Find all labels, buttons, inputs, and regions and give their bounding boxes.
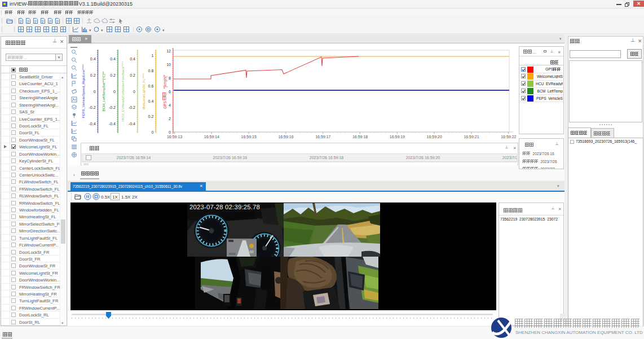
svg-text:GPS: GPS bbox=[163, 100, 167, 108]
svg-text:0.4: 0.4 bbox=[148, 99, 154, 103]
svg-text:*[kmph]*: *[kmph]* bbox=[163, 74, 167, 89]
svg-text:0: 0 bbox=[151, 130, 153, 134]
svg-text:PEPS_VehicleSpeed_RigidLine***: PEPS_VehicleSpeed_RigidLine**** bbox=[81, 64, 85, 118]
svg-text:BCM_LeftTempSet**[°C]**: BCM_LeftTempSet**[°C]** bbox=[102, 71, 105, 111]
svg-text:0: 0 bbox=[169, 130, 171, 134]
svg-text:16:59:16: 16:59:16 bbox=[278, 135, 293, 139]
svg-text:-0.4: -0.4 bbox=[109, 122, 116, 126]
svg-text:16:59:15: 16:59:15 bbox=[241, 135, 257, 139]
svg-text:0.4: 0.4 bbox=[110, 57, 116, 61]
svg-text:16:59:19: 16:59:19 bbox=[390, 135, 405, 139]
svg-text:16:59:22: 16:59:22 bbox=[501, 135, 516, 139]
svg-text:0.8: 0.8 bbox=[148, 69, 154, 73]
svg-text:0.2: 0.2 bbox=[130, 73, 135, 77]
svg-text:16:59:14: 16:59:14 bbox=[204, 135, 219, 139]
svg-text:0.4: 0.4 bbox=[130, 57, 135, 61]
svg-text:1: 1 bbox=[151, 54, 153, 58]
svg-text:0.6: 0.6 bbox=[148, 84, 154, 88]
svg-text:0.2: 0.2 bbox=[90, 73, 96, 77]
svg-text:12: 12 bbox=[166, 49, 171, 53]
svg-text:-0.2: -0.2 bbox=[129, 105, 135, 109]
svg-text:HCU_EVReadyForbiddenFeedback**: HCU_EVReadyForbiddenFeedback**** bbox=[121, 61, 125, 121]
svg-text:0: 0 bbox=[94, 90, 96, 94]
svg-text:-0.4: -0.4 bbox=[89, 122, 96, 126]
svg-text:10: 10 bbox=[166, 63, 171, 67]
svg-text:8: 8 bbox=[169, 76, 171, 80]
svg-text:16:59:17: 16:59:17 bbox=[315, 135, 330, 139]
svg-text:16:59:18: 16:59:18 bbox=[352, 135, 368, 139]
svg-text:0.4: 0.4 bbox=[90, 57, 96, 61]
svg-text:16:59:20: 16:59:20 bbox=[427, 135, 442, 139]
svg-text:0: 0 bbox=[133, 90, 135, 94]
svg-text:-0.2: -0.2 bbox=[109, 105, 116, 109]
svg-text:WelcomeLightSt_FL****: WelcomeLightSt_FL**** bbox=[142, 73, 145, 109]
svg-text:16:59:21: 16:59:21 bbox=[464, 135, 479, 139]
svg-text:0: 0 bbox=[113, 90, 116, 94]
svg-text:2: 2 bbox=[169, 117, 171, 121]
svg-text:-0.4: -0.4 bbox=[129, 122, 135, 126]
svg-text:0.2: 0.2 bbox=[148, 115, 154, 118]
svg-text:0.2: 0.2 bbox=[110, 73, 116, 77]
svg-text:16:59:13: 16:59:13 bbox=[167, 135, 182, 139]
svg-text:4: 4 bbox=[169, 103, 171, 107]
svg-text:6: 6 bbox=[169, 90, 171, 94]
svg-text:-0.2: -0.2 bbox=[89, 105, 96, 109]
